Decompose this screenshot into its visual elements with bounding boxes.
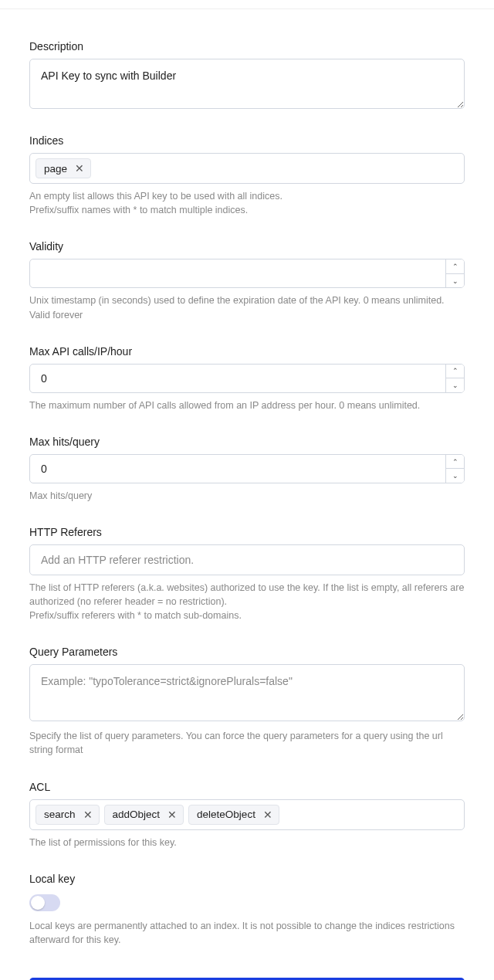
http-referers-label: HTTP Referers: [29, 526, 465, 538]
validity-help: Unix timestamp (in seconds) used to defi…: [29, 293, 465, 321]
max-calls-help: The maximum number of API calls allowed …: [29, 398, 465, 412]
local-key-help: Local keys are permanently attached to a…: [29, 919, 465, 947]
validity-stepper: ⌃ ⌄: [445, 259, 464, 287]
max-hits-field: Max hits/query ⌃ ⌄ Max hits/query: [29, 436, 465, 503]
local-key-label: Local key: [29, 873, 465, 885]
api-key-form: Description Indices page ✕ An empty list…: [0, 9, 494, 980]
validity-input-wrap: ⌃ ⌄: [29, 259, 465, 288]
query-params-label: Query Parameters: [29, 646, 465, 658]
query-params-help: Specify the list of query parameters. Yo…: [29, 729, 465, 757]
close-icon[interactable]: ✕: [166, 809, 178, 821]
http-referers-help: The list of HTTP referers (a.k.a. websit…: [29, 581, 465, 622]
acl-tag: deleteObject ✕: [188, 805, 279, 825]
top-divider: [0, 0, 494, 9]
description-textarea[interactable]: [29, 59, 465, 109]
chevron-up-icon[interactable]: ⌃: [446, 365, 464, 379]
query-params-textarea[interactable]: [29, 664, 465, 721]
chevron-down-icon[interactable]: ⌄: [446, 274, 464, 288]
description-field: Description: [29, 40, 465, 111]
acl-tag: search ✕: [36, 805, 100, 825]
max-hits-stepper: ⌃ ⌄: [445, 455, 464, 483]
local-key-toggle[interactable]: [29, 894, 60, 911]
acl-label: ACL: [29, 781, 465, 793]
query-params-field: Query Parameters Specify the list of que…: [29, 646, 465, 757]
toggle-knob: [31, 896, 45, 910]
close-icon[interactable]: ✕: [262, 809, 274, 821]
chevron-down-icon[interactable]: ⌄: [446, 378, 464, 392]
validity-label: Validity: [29, 240, 465, 253]
indices-label: Indices: [29, 134, 465, 147]
validity-field: Validity ⌃ ⌄ Unix timestamp (in seconds)…: [29, 240, 465, 321]
acl-help: The list of permissions for this key.: [29, 836, 465, 849]
indices-help: An empty list allows this API key to be …: [29, 189, 465, 217]
local-key-field: Local key Local keys are permanently att…: [29, 873, 465, 947]
close-icon[interactable]: ✕: [82, 809, 94, 821]
tag-label: addObject: [113, 809, 161, 820]
max-calls-field: Max API calls/IP/hour ⌃ ⌄ The maximum nu…: [29, 345, 465, 412]
max-hits-input[interactable]: [30, 455, 445, 483]
http-referers-input[interactable]: [29, 544, 465, 575]
chevron-down-icon[interactable]: ⌄: [446, 469, 464, 483]
acl-tags-input[interactable]: search ✕ addObject ✕ deleteObject ✕: [29, 799, 465, 830]
indices-field: Indices page ✕ An empty list allows this…: [29, 134, 465, 217]
acl-field: ACL search ✕ addObject ✕ deleteObject ✕ …: [29, 781, 465, 849]
tag-label: deleteObject: [197, 809, 255, 820]
chevron-up-icon[interactable]: ⌃: [446, 259, 464, 274]
max-calls-input[interactable]: [30, 365, 445, 392]
max-calls-stepper: ⌃ ⌄: [445, 365, 464, 392]
validity-input[interactable]: [30, 259, 445, 287]
indices-tag: page ✕: [36, 158, 91, 178]
max-hits-help: Max hits/query: [29, 489, 465, 503]
http-referers-field: HTTP Referers The list of HTTP referers …: [29, 526, 465, 622]
acl-tag: addObject ✕: [104, 805, 184, 825]
tag-label: page: [44, 163, 67, 175]
max-calls-label: Max API calls/IP/hour: [29, 345, 465, 358]
indices-tags-input[interactable]: page ✕: [29, 153, 465, 184]
max-hits-input-wrap: ⌃ ⌄: [29, 454, 465, 483]
max-hits-label: Max hits/query: [29, 436, 465, 448]
chevron-up-icon[interactable]: ⌃: [446, 455, 464, 470]
tag-label: search: [44, 809, 76, 820]
max-calls-input-wrap: ⌃ ⌄: [29, 364, 465, 393]
description-label: Description: [29, 40, 465, 53]
close-icon[interactable]: ✕: [73, 162, 86, 175]
